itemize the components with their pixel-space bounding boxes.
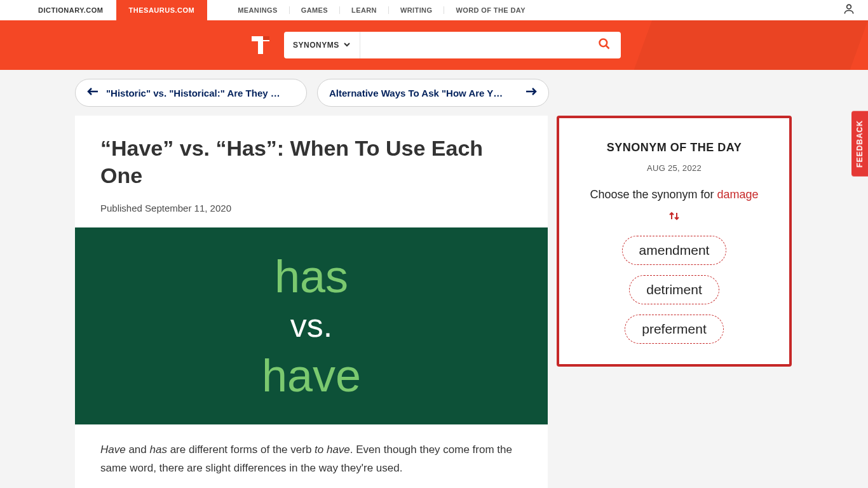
article-hero-image: has vs. have [75,227,548,424]
top-nav: DICTIONARY.COM THESAURUS.COM MEANINGS GA… [0,0,868,20]
article-published-date: Published September 11, 2020 [100,203,522,214]
sotd-prompt: Choose the synonym for damage [574,187,774,203]
search-input[interactable] [360,32,588,58]
search-icon [598,37,611,53]
arrow-right-icon [526,87,537,98]
site-tab-dictionary[interactable]: DICTIONARY.COM [25,0,116,20]
nav-link-learn[interactable]: LEARN [339,6,388,14]
arrow-left-icon [87,87,98,98]
next-article-link[interactable]: Alternative Ways To Ask "How Are Y… [317,79,549,107]
sotd-option-3[interactable]: preferment [625,315,724,344]
site-tabs: DICTIONARY.COM THESAURUS.COM [25,0,207,20]
nav-link-wotd[interactable]: WORD OF THE DAY [444,6,537,14]
nav-link-writing[interactable]: WRITING [388,6,444,14]
search-dropdown-label: SYNONYMS [293,41,339,50]
prev-article-title: "Historic" vs. "Historical:" Are They … [106,88,295,98]
top-nav-links: MEANINGS GAMES LEARN WRITING WORD OF THE… [226,6,537,14]
svg-point-0 [847,4,851,9]
site-tab-thesaurus[interactable]: THESAURUS.COM [116,0,208,20]
hero-word-has: has [275,254,348,299]
article-body: Have and has are different forms of the … [75,424,548,488]
hero-word-have: have [262,353,361,398]
swap-arrows-icon [668,210,681,222]
article-card: “Have” vs. “Has”: When To Use Each One P… [75,116,548,488]
nav-link-games[interactable]: GAMES [289,6,339,14]
search-dropdown[interactable]: SYNONYMS [284,32,360,58]
search-container: SYNONYMS [284,32,621,58]
svg-rect-1 [263,36,269,40]
sotd-option-2[interactable]: detriment [629,275,719,304]
synonym-of-the-day-card: SYNONYM OF THE DAY AUG 25, 2022 Choose t… [557,116,792,367]
hero-word-vs: vs. [290,299,332,352]
sidebar: SYNONYM OF THE DAY AUG 25, 2022 Choose t… [557,116,792,367]
svg-line-3 [606,46,609,49]
article-title: “Have” vs. “Has”: When To Use Each One [100,135,522,189]
search-button[interactable] [588,32,621,58]
svg-point-2 [600,39,607,47]
user-icon[interactable] [843,3,855,18]
sotd-options: amendment detriment preferment [574,236,774,344]
sotd-target-word[interactable]: damage [717,188,759,201]
feedback-tab[interactable]: FEEDBACK [851,111,868,177]
sotd-date: AUG 25, 2022 [574,163,774,173]
nav-link-meanings[interactable]: MEANINGS [226,6,288,14]
prev-article-link[interactable]: "Historic" vs. "Historical:" Are They … [75,79,307,107]
header-bar: SYNONYMS [0,20,868,70]
sotd-prompt-text: Choose the synonym for [590,188,717,201]
next-article-title: Alternative Ways To Ask "How Are Y… [329,88,518,98]
chevron-down-icon [343,41,351,50]
sotd-option-1[interactable]: amendment [622,236,727,265]
article-nav-pills: "Historic" vs. "Historical:" Are They … … [75,79,793,107]
logo-icon[interactable] [247,32,274,58]
sotd-title: SYNONYM OF THE DAY [574,141,774,154]
